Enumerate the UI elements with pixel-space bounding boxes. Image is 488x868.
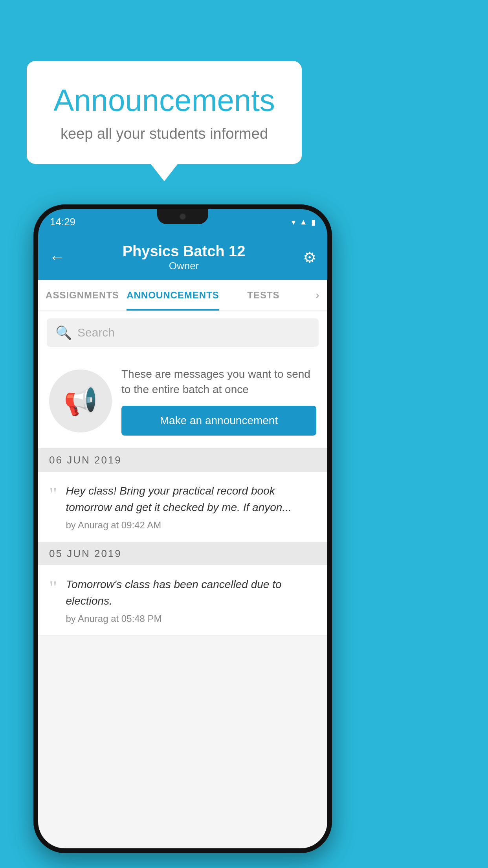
settings-icon[interactable]: ⚙ bbox=[303, 249, 316, 266]
search-bar[interactable]: 🔍 Search bbox=[47, 318, 319, 347]
header-subtitle: Owner bbox=[123, 260, 246, 272]
speech-bubble-wrapper: Announcements keep all your students inf… bbox=[27, 61, 302, 164]
announcement-item-2[interactable]: " Tomorrow's class has been cancelled du… bbox=[38, 565, 327, 636]
promo-description: These are messages you want to send to t… bbox=[121, 366, 316, 397]
megaphone-icon: 📢 bbox=[64, 385, 98, 417]
volume-down-button bbox=[35, 378, 38, 410]
search-bar-container: 🔍 Search bbox=[38, 311, 327, 354]
wifi-icon: ▾ bbox=[292, 217, 295, 227]
volume-up-button bbox=[35, 335, 38, 366]
status-bar: 14:29 ▾ ▲ ▮ bbox=[38, 209, 327, 235]
status-time: 14:29 bbox=[50, 216, 75, 228]
quote-icon-1: " bbox=[49, 484, 57, 504]
header-title: Physics Batch 12 bbox=[123, 243, 246, 260]
announcement-item-1[interactable]: " Hey class! Bring your practical record… bbox=[38, 472, 327, 542]
back-button[interactable]: ← bbox=[49, 248, 65, 266]
phone-content: 🔍 Search 📢 These are messages you want t… bbox=[38, 311, 327, 848]
tabs-bar: ASSIGNMENTS ANNOUNCEMENTS TESTS › bbox=[38, 280, 327, 311]
announcement-message-2: Tomorrow's class has been cancelled due … bbox=[66, 576, 316, 609]
camera bbox=[179, 213, 186, 220]
tab-tests[interactable]: TESTS bbox=[219, 280, 308, 311]
announcement-promo-card: 📢 These are messages you want to send to… bbox=[38, 354, 327, 449]
date-label-2: 05 JUN 2019 bbox=[49, 548, 122, 560]
status-icons: ▾ ▲ ▮ bbox=[292, 217, 316, 227]
power-button bbox=[327, 359, 330, 410]
megaphone-circle: 📢 bbox=[49, 370, 112, 432]
announcement-author-1: by Anurag at 09:42 AM bbox=[66, 520, 316, 531]
date-separator-2: 05 JUN 2019 bbox=[38, 542, 327, 565]
header-center: Physics Batch 12 Owner bbox=[123, 243, 246, 272]
announcement-message-1: Hey class! Bring your practical record b… bbox=[66, 483, 316, 516]
promo-right: These are messages you want to send to t… bbox=[121, 366, 316, 436]
battery-icon: ▮ bbox=[311, 217, 316, 227]
announcement-author-2: by Anurag at 05:48 PM bbox=[66, 613, 316, 624]
search-placeholder: Search bbox=[77, 326, 115, 339]
tab-announcements[interactable]: ANNOUNCEMENTS bbox=[127, 280, 219, 311]
tab-assignments[interactable]: ASSIGNMENTS bbox=[38, 280, 127, 311]
phone-frame: 14:29 ▾ ▲ ▮ ← Physics Batch 12 Owner ⚙ A… bbox=[33, 204, 332, 853]
announcement-text-2: Tomorrow's class has been cancelled due … bbox=[66, 576, 316, 624]
make-announcement-button[interactable]: Make an announcement bbox=[121, 406, 316, 436]
signal-icon: ▲ bbox=[299, 217, 307, 226]
notch bbox=[157, 209, 208, 224]
app-header: ← Physics Batch 12 Owner ⚙ bbox=[38, 235, 327, 280]
speech-bubble-subtitle: keep all your students informed bbox=[50, 125, 278, 142]
date-separator-1: 06 JUN 2019 bbox=[38, 449, 327, 472]
speech-bubble: Announcements keep all your students inf… bbox=[27, 61, 302, 164]
date-label-1: 06 JUN 2019 bbox=[49, 454, 122, 466]
search-icon: 🔍 bbox=[55, 325, 72, 340]
announcement-text-1: Hey class! Bring your practical record b… bbox=[66, 483, 316, 531]
speech-bubble-title: Announcements bbox=[50, 83, 278, 118]
quote-icon-2: " bbox=[49, 578, 57, 598]
tabs-more-button[interactable]: › bbox=[308, 280, 327, 311]
